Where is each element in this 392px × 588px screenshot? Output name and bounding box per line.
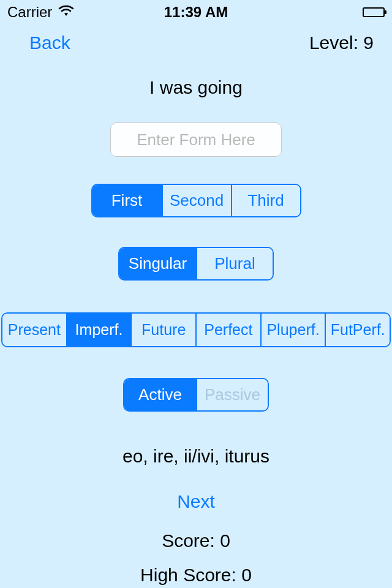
segmented-person: First Second Third: [91, 184, 301, 217]
battery-icon: [363, 4, 385, 21]
status-time: 11:39 AM: [164, 4, 228, 21]
number-plural[interactable]: Plural: [196, 248, 273, 279]
status-left: Carrier: [7, 4, 74, 21]
segmented-number: Singular Plural: [118, 247, 274, 281]
tense-present[interactable]: Present: [2, 314, 66, 346]
wifi-icon: [58, 4, 74, 21]
carrier-label: Carrier: [7, 4, 52, 21]
segmented-voice: Active Passive: [123, 378, 269, 412]
level-label: Level: 9: [309, 32, 374, 53]
voice-active[interactable]: Active: [124, 379, 196, 410]
tense-future[interactable]: Future: [130, 314, 195, 346]
score-label: Score: 0: [162, 530, 230, 551]
nav-bar: Back Level: 9: [0, 24, 392, 61]
tense-imperfect[interactable]: Imperf.: [66, 314, 131, 346]
number-singular[interactable]: Singular: [119, 248, 196, 279]
person-third[interactable]: Third: [231, 185, 300, 216]
main-content: I was going First Second Third Singular …: [0, 61, 392, 586]
person-second[interactable]: Second: [162, 185, 231, 216]
voice-passive: Passive: [196, 379, 268, 410]
person-first[interactable]: First: [92, 185, 162, 216]
prompt-text: I was going: [149, 77, 243, 98]
form-input[interactable]: [110, 123, 282, 157]
segmented-tense: Present Imperf. Future Perfect Pluperf. …: [1, 312, 391, 347]
verb-principal-parts: eo, ire, ii/ivi, iturus: [123, 446, 270, 467]
tense-pluperfect[interactable]: Pluperf.: [260, 314, 325, 346]
tense-futperf[interactable]: FutPerf.: [325, 314, 390, 346]
high-score-label: High Score: 0: [140, 565, 252, 586]
tense-perfect[interactable]: Perfect: [195, 314, 260, 346]
next-button[interactable]: Next: [177, 491, 215, 512]
status-bar: Carrier 11:39 AM: [0, 0, 392, 24]
back-button[interactable]: Back: [29, 32, 70, 53]
